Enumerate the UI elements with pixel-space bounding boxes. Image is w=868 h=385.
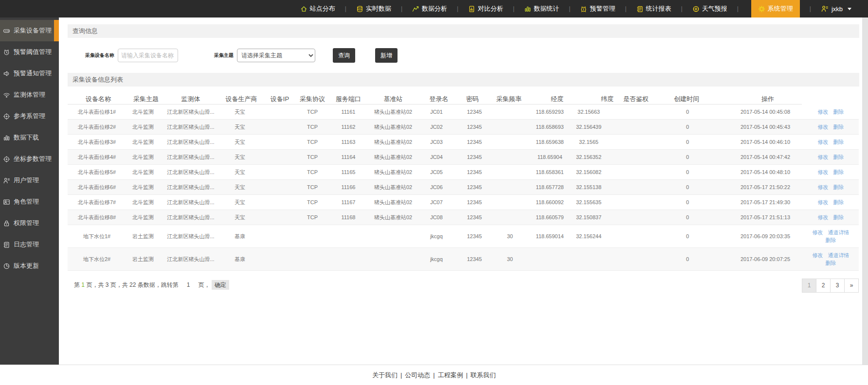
action-link[interactable]: 删除 — [826, 237, 836, 243]
action-link[interactable]: 修改 — [818, 169, 829, 175]
footer: 关于我们|公司动态|工程案例|联系我们 — [0, 365, 868, 385]
action-link[interactable]: 修改 — [818, 139, 829, 145]
sidebar-item-6[interactable]: 数据下载 — [0, 127, 59, 148]
sidebar-item-11[interactable]: 日志管理 — [0, 234, 59, 255]
sidebar-item-2[interactable]: 预警阈值管理 — [0, 41, 59, 63]
nav-item-3[interactable]: 数据分析 — [412, 0, 447, 18]
version-icon — [3, 262, 10, 270]
action-link[interactable]: 删除 — [833, 199, 844, 205]
cell: 118.659638 — [531, 135, 569, 150]
sidebar-item-7[interactable]: 坐标参数管理 — [0, 148, 59, 170]
threshold-icon — [3, 49, 10, 56]
footer-link-4[interactable]: 联系我们 — [470, 371, 496, 380]
cell: 0 — [647, 120, 728, 135]
nav-item-5[interactable]: 数据统计 — [524, 0, 559, 18]
sidebar-item-4[interactable]: 监测体管理 — [0, 84, 59, 105]
footer-link-3[interactable]: 工程案例 — [438, 371, 463, 380]
total-count: 22 — [129, 281, 136, 288]
cell: 北斗表面位移1# — [68, 105, 126, 120]
action-link[interactable]: 删除 — [833, 124, 844, 130]
action-link[interactable]: 删除 — [833, 109, 844, 115]
cell: JC04 — [413, 150, 460, 165]
page-button-2[interactable]: 2 — [816, 279, 831, 292]
cell: JC03 — [413, 135, 460, 150]
action-link[interactable]: 删除 — [833, 139, 844, 145]
nav-item-8[interactable]: 天气预报 — [692, 0, 727, 18]
wifi-icon — [3, 91, 10, 99]
sidebar-item-10[interactable]: 权限管理 — [0, 212, 59, 234]
search-button[interactable]: 查询 — [333, 48, 355, 63]
action-link[interactable]: 删除 — [833, 214, 844, 220]
query-form: 采集设备名称 采集主题 请选择采集主题 查询 新增 — [68, 48, 859, 63]
cell: 32.150837 — [569, 210, 609, 225]
cell — [489, 105, 531, 120]
action-link[interactable]: 删除 — [833, 154, 844, 160]
cell: 江北新区猪头山滑... — [160, 210, 221, 225]
cell — [489, 195, 531, 210]
action-link[interactable]: 通道详情 — [828, 252, 850, 258]
nav-item-1[interactable]: 站点分布 — [300, 0, 335, 18]
nav-item-7[interactable]: 统计报表 — [636, 0, 671, 18]
nav-item-4[interactable]: 对比分析 — [468, 0, 503, 18]
nav-item-9[interactable]: 系统管理 — [751, 0, 800, 18]
action-link[interactable]: 通道详情 — [828, 229, 850, 235]
page-buttons: 123» — [802, 279, 859, 293]
cell: 118.658693 — [531, 120, 569, 135]
cell — [609, 195, 647, 210]
sidebar-item-1[interactable]: 采集设备管理 — [0, 20, 59, 41]
action-link[interactable]: 删除 — [833, 169, 844, 175]
nav-item-6[interactable]: 预警管理 — [580, 0, 615, 18]
cell — [489, 135, 531, 150]
add-button[interactable]: 新增 — [375, 48, 398, 63]
scrollbar-gutter[interactable] — [862, 18, 868, 365]
cell: 江北新区猪头山滑... — [160, 165, 221, 180]
action-link[interactable]: 修改 — [818, 214, 829, 220]
sidebar-item-5[interactable]: 参考系管理 — [0, 105, 59, 127]
pagination-text: 条数据，跳转第 — [138, 281, 179, 288]
topic-select[interactable]: 请选择采集主题 — [237, 49, 315, 62]
action-link[interactable]: 修改 — [818, 199, 829, 205]
action-link[interactable]: 修改 — [818, 184, 829, 190]
cell: 30 — [489, 248, 531, 271]
sidebar-item-3[interactable]: 预警通知管理 — [0, 63, 59, 84]
sidebar-item-8[interactable]: 用户管理 — [0, 170, 59, 191]
page-button-3[interactable]: 3 — [831, 279, 845, 292]
user-menu[interactable]: jxkb — [821, 5, 851, 13]
cell: 江北新区猪头山滑... — [160, 135, 221, 150]
cell: 30 — [489, 225, 531, 248]
action-link[interactable]: 修改 — [813, 229, 823, 235]
footer-link-2[interactable]: 公司动态 — [405, 371, 430, 380]
action-link[interactable]: 修改 — [818, 154, 829, 160]
device-name-input[interactable] — [118, 49, 178, 62]
row-actions: 修改删除 — [803, 120, 859, 135]
cell: TCP — [301, 210, 324, 225]
cell: 地下水位1# — [68, 225, 126, 248]
cell: 天宝 — [221, 135, 258, 150]
page-button-»[interactable]: » — [845, 279, 859, 292]
cell — [301, 248, 324, 271]
cell: 北斗表面位移2# — [68, 120, 126, 135]
cell: 32.156439 — [569, 120, 609, 135]
speaker-icon — [3, 70, 10, 77]
sidebar-item-9[interactable]: 角色管理 — [0, 191, 59, 212]
jump-page-input[interactable] — [180, 281, 197, 288]
sidebar-item-12[interactable]: 版本更新 — [0, 255, 59, 277]
action-link[interactable]: 修改 — [813, 252, 823, 258]
cell: 12345 — [460, 120, 489, 135]
cell: 天宝 — [221, 195, 258, 210]
action-link[interactable]: 删除 — [833, 184, 844, 190]
action-link[interactable]: 修改 — [818, 109, 829, 115]
page-button-1[interactable]: 1 — [802, 279, 816, 292]
user-icon — [3, 177, 10, 184]
action-link[interactable]: 删除 — [826, 260, 836, 266]
cell: TCP — [301, 135, 324, 150]
action-link[interactable]: 修改 — [818, 124, 829, 130]
cell — [609, 248, 647, 271]
table-row-10: 地下水位2#岩土监测江北新区猪头山滑...基康jkcgq123453002017… — [68, 248, 859, 271]
confirm-button[interactable]: 确定 — [212, 280, 229, 290]
nav-item-2[interactable]: 实时数据 — [356, 0, 391, 18]
cell: 11168 — [324, 210, 373, 225]
footer-link-1[interactable]: 关于我们 — [372, 371, 398, 380]
cell: 猪头山基准站02 — [373, 180, 413, 195]
table-row-5: 北斗表面位移5#北斗监测江北新区猪头山滑...天宝TCP11165猪头山基准站0… — [68, 165, 859, 180]
